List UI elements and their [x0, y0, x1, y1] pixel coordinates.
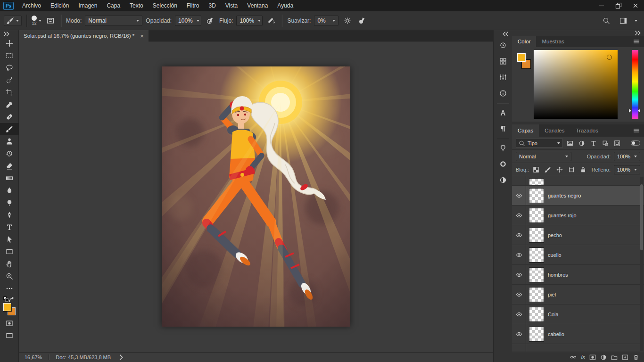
- lock-artboard-button[interactable]: [567, 165, 576, 174]
- healing-brush-tool-button[interactable]: [0, 111, 19, 123]
- canvas-document[interactable]: [162, 66, 350, 327]
- history-brush-tool-button[interactable]: [0, 148, 19, 160]
- eraser-tool-button[interactable]: [0, 160, 19, 172]
- screen-mode-button[interactable]: [0, 329, 19, 342]
- lasso-tool-button[interactable]: [0, 62, 19, 74]
- layers-scrollbar[interactable]: [640, 177, 644, 351]
- tool-preset-picker[interactable]: [4, 16, 22, 26]
- pen-tool-button[interactable]: [0, 209, 19, 221]
- layer-visibility-cell[interactable]: [512, 176, 526, 185]
- menu-filtro[interactable]: Filtro: [182, 0, 204, 11]
- layer-row-piel[interactable]: piel: [512, 285, 644, 304]
- opacity-select[interactable]: 100%: [175, 16, 201, 26]
- layer-group-fondo[interactable]: fondo: [512, 344, 644, 352]
- character-panel-button[interactable]: [494, 105, 512, 121]
- menu-ayuda[interactable]: Ayuda: [272, 0, 298, 11]
- filter-pixel-layers-button[interactable]: [565, 139, 575, 148]
- layer-thumbnail[interactable]: [529, 179, 544, 185]
- filter-toggle-switch[interactable]: [631, 140, 640, 146]
- hue-slider-marker[interactable]: [629, 109, 631, 113]
- expand-panels-button[interactable]: [494, 30, 512, 37]
- layer-thumbnail[interactable]: [529, 189, 544, 203]
- foreground-color-swatch[interactable]: [517, 53, 526, 62]
- blend-mode-select[interactable]: Normal: [85, 16, 142, 26]
- pasteboard[interactable]: [19, 41, 493, 352]
- tab-capas[interactable]: Capas: [512, 124, 539, 137]
- layer-name[interactable]: pecho: [548, 232, 562, 238]
- layer-thumbnail[interactable]: [529, 248, 544, 262]
- search-button[interactable]: [601, 15, 612, 27]
- quick-selection-tool-button[interactable]: [0, 74, 19, 86]
- paragraph-panel-button[interactable]: [494, 121, 512, 137]
- quick-mask-button[interactable]: [0, 317, 19, 329]
- menu-archivo[interactable]: Archivo: [17, 0, 46, 11]
- layer-thumbnail[interactable]: [529, 327, 544, 341]
- layer-row-cuello[interactable]: cuello: [512, 245, 644, 265]
- new-adjustment-layer-icon[interactable]: [600, 354, 607, 361]
- layer-row-hombros[interactable]: hombros: [512, 265, 644, 285]
- layer-thumbnail[interactable]: [529, 228, 544, 242]
- new-group-icon[interactable]: [611, 354, 618, 361]
- chevron-down-icon[interactable]: [635, 20, 637, 22]
- layer-name[interactable]: guantes negro: [548, 193, 581, 198]
- layer-blend-mode-select[interactable]: Normal: [516, 152, 571, 161]
- filter-adjustment-layers-button[interactable]: [577, 139, 586, 148]
- layer-name[interactable]: hombros: [548, 272, 568, 278]
- tab-color[interactable]: Color: [512, 36, 536, 47]
- layer-visibility-toggle[interactable]: [512, 245, 526, 264]
- layer-row-pecho[interactable]: pecho: [512, 225, 644, 245]
- toolbar-collapse-button[interactable]: [0, 30, 18, 37]
- learn-panel-button[interactable]: [494, 140, 512, 156]
- layer-name[interactable]: cuello: [548, 252, 561, 258]
- layer-visibility-toggle[interactable]: [512, 285, 526, 304]
- add-layer-mask-icon[interactable]: [589, 354, 596, 361]
- properties-panel-button[interactable]: [494, 69, 512, 85]
- brush-preset-picker[interactable]: 12: [32, 16, 41, 25]
- menu-ventana[interactable]: Ventana: [242, 0, 272, 11]
- airbrush-toggle[interactable]: [266, 15, 277, 27]
- menu-edicion[interactable]: Edición: [46, 0, 74, 11]
- tab-muestras[interactable]: Muestras: [536, 36, 570, 47]
- saturation-brightness-field[interactable]: [534, 50, 618, 119]
- filter-smart-objects-button[interactable]: [612, 139, 622, 148]
- menu-3d[interactable]: 3D: [204, 0, 220, 11]
- lock-transparency-button[interactable]: [531, 165, 541, 174]
- layer-filter-select[interactable]: Tipo: [516, 139, 563, 148]
- chevron-right-icon[interactable]: [117, 354, 125, 361]
- menu-capa[interactable]: Capa: [102, 0, 125, 11]
- layer-visibility-toggle[interactable]: [512, 225, 526, 245]
- marquee-tool-button[interactable]: [0, 49, 19, 62]
- document-tab[interactable]: Solar.psd al 16,7% (guantes negro, RGB/1…: [19, 30, 149, 41]
- layer-name[interactable]: Cola: [548, 312, 559, 317]
- flow-select[interactable]: 100%: [236, 16, 263, 26]
- libraries-panel-button[interactable]: [494, 53, 512, 69]
- layer-visibility-toggle[interactable]: [512, 304, 526, 324]
- filter-type-layers-button[interactable]: [589, 139, 598, 148]
- layer-visibility-toggle[interactable]: [512, 186, 526, 205]
- layer-visibility-toggle[interactable]: [512, 324, 526, 344]
- color-picker-ring[interactable]: [607, 55, 612, 60]
- eyedropper-tool-button[interactable]: [0, 99, 19, 111]
- minimize-button[interactable]: [593, 0, 610, 11]
- layer-row-partial[interactable]: [512, 176, 644, 186]
- history-panel-button[interactable]: [494, 37, 512, 53]
- zoom-tool-button[interactable]: [0, 270, 19, 282]
- pressure-size-toggle[interactable]: [356, 15, 368, 27]
- link-layers-icon[interactable]: [570, 354, 577, 361]
- layer-group-name[interactable]: fondo: [546, 351, 559, 352]
- shape-tool-button[interactable]: [0, 246, 19, 258]
- layer-thumbnail[interactable]: [529, 307, 544, 321]
- hand-tool-button[interactable]: [0, 258, 19, 270]
- layer-style-button[interactable]: fx: [581, 354, 585, 360]
- menu-texto[interactable]: Texto: [125, 0, 148, 11]
- gradient-tool-button[interactable]: [0, 172, 19, 184]
- info-panel-button[interactable]: [494, 85, 512, 101]
- layer-opacity-select[interactable]: 100%: [614, 152, 640, 161]
- layer-visibility-toggle[interactable]: [512, 344, 526, 352]
- tab-canales[interactable]: Canales: [539, 124, 570, 137]
- layer-row-cabello[interactable]: cabello: [512, 324, 644, 344]
- styles-panel-button[interactable]: [494, 156, 512, 172]
- layer-row-cola[interactable]: Cola: [512, 304, 644, 324]
- collapse-panels-button[interactable]: [512, 30, 644, 36]
- smoothing-options-button[interactable]: [342, 15, 353, 27]
